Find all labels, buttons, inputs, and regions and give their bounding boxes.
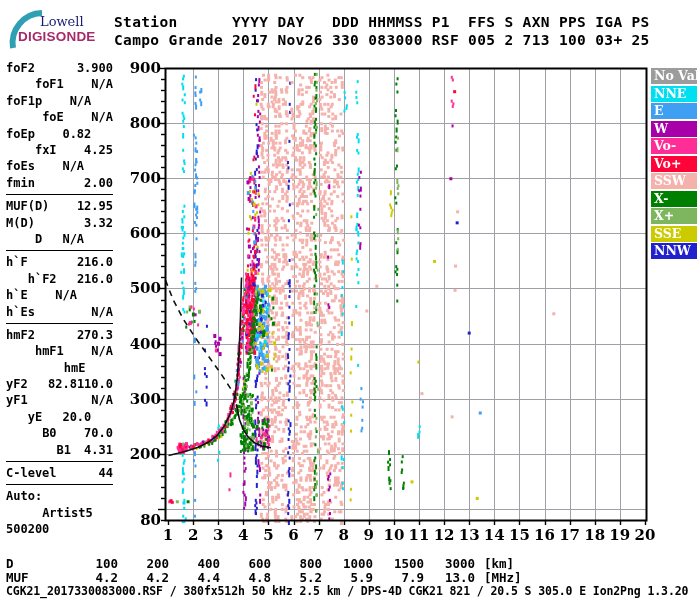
- param-row: h`F2216.0: [6, 271, 113, 287]
- param-label: foE: [42, 109, 64, 125]
- bottom-row-value: 1500: [373, 556, 424, 571]
- param-value: 0.82: [62, 126, 91, 142]
- param-row: h`EN/A: [6, 287, 113, 303]
- param-label: 500200: [6, 521, 49, 537]
- legend-item-x: X-: [651, 191, 697, 207]
- y-axis-tick-label: 500: [125, 279, 161, 297]
- param-value: N/A: [70, 93, 92, 109]
- legend-item-w: W: [651, 121, 697, 137]
- param-label: B0: [42, 425, 56, 441]
- legend-item-sse: SSE: [651, 226, 697, 242]
- footer-info: CGK21_2017330083000.RSF / 380fx512h 50 k…: [6, 584, 688, 598]
- param-row: MUF(D)12.95: [6, 198, 113, 214]
- param-label: B1: [57, 442, 71, 458]
- param-label: h`Es: [6, 304, 35, 320]
- param-row: yF1N/A: [6, 392, 113, 408]
- param-row: foEN/A: [6, 109, 113, 125]
- param-row: DN/A: [6, 231, 113, 247]
- param-value: 216.0: [77, 271, 113, 287]
- param-row: yE20.0: [6, 409, 113, 425]
- bottom-row-value: 4.2: [56, 570, 118, 585]
- param-label: fxI: [35, 142, 57, 158]
- bottom-row-value: 4.2: [118, 570, 169, 585]
- panel-divider: [6, 323, 113, 324]
- bottom-row-value: 7.9: [373, 570, 424, 585]
- legend-item-noval: No Val: [651, 68, 697, 84]
- bottom-row-label: MUF: [6, 570, 56, 585]
- bottom-row-value: 200: [118, 556, 169, 571]
- param-value: 216.0: [77, 254, 113, 270]
- digisonde-logo: Lowell DIGISONDE: [6, 8, 116, 50]
- panel-divider: [6, 194, 113, 195]
- legend-item-nnw: NNW: [651, 243, 697, 259]
- legend-item-ssw: SSW: [651, 173, 697, 189]
- param-row: foF1N/A: [6, 76, 113, 92]
- param-row: foEsN/A: [6, 158, 113, 174]
- param-value: N/A: [91, 76, 113, 92]
- x-axis-tick-label: 20: [630, 526, 660, 544]
- param-row: h`EsN/A: [6, 303, 113, 319]
- legend-item-nne: NNE: [651, 86, 697, 102]
- param-value: N/A: [62, 231, 84, 247]
- param-value: 2.00: [84, 175, 113, 191]
- param-value: N/A: [62, 158, 84, 174]
- param-label: fmin: [6, 175, 35, 191]
- param-value: 4.31: [84, 442, 113, 458]
- param-value: 3.900: [77, 60, 113, 76]
- y-axis-tick-label: 900: [125, 59, 161, 77]
- param-label: Auto:: [6, 488, 42, 504]
- param-row: foF23.900: [6, 60, 113, 76]
- param-label: foF1: [35, 76, 64, 92]
- param-row: hmE110.0: [6, 360, 113, 376]
- param-label: yE: [28, 409, 42, 425]
- logo-digisonde-text: DIGISONDE: [18, 29, 96, 44]
- param-row: h`F216.0: [6, 254, 113, 270]
- param-label: C-level: [6, 465, 57, 481]
- param-label: h`F: [6, 254, 28, 270]
- param-label: Artist5: [42, 505, 93, 521]
- y-axis-tick-label: 700: [125, 169, 161, 187]
- param-label: hmF2: [6, 327, 35, 343]
- y-axis-tick-label: 800: [125, 114, 161, 132]
- param-label: foF2: [6, 60, 35, 76]
- param-value: N/A: [91, 343, 113, 359]
- bottom-row-value: 400: [169, 556, 220, 571]
- param-row: foEp0.82: [6, 126, 113, 142]
- param-row: Artist5: [6, 505, 113, 521]
- param-row: B14.31: [6, 442, 113, 458]
- param-row: 500200: [6, 521, 113, 537]
- velocity-direction-legend: No ValNNEEWVo-Vo+SSWX-X+SSENNW: [651, 68, 697, 261]
- param-value: 4.25: [84, 142, 113, 158]
- ionogram-screen: Lowell DIGISONDE Station YYYY DAY DDD HH…: [0, 0, 700, 600]
- distance-row: D100200400600800100015003000[km]: [6, 556, 514, 571]
- parameter-panel: foF23.900foF1N/AfoF1pN/AfoEN/AfoEp0.82fx…: [6, 60, 113, 538]
- param-row: fmin2.00: [6, 175, 113, 191]
- param-value: 3.32: [84, 215, 113, 231]
- param-label: foEs: [6, 158, 35, 174]
- param-label: MUF(D): [6, 198, 49, 214]
- legend-item-x: X+: [651, 208, 697, 224]
- logo-lowell-text: Lowell: [40, 14, 84, 29]
- bottom-row-unit: [MHz]: [484, 570, 522, 585]
- param-value: 270.3: [77, 327, 113, 343]
- header-line1: Station YYYY DAY DDD HHMMSS P1 FFS S AXN…: [114, 14, 650, 30]
- param-label: yF1: [6, 392, 28, 408]
- y-axis-tick-label: 600: [125, 224, 161, 242]
- param-value: N/A: [91, 392, 113, 408]
- legend-item-vo: Vo+: [651, 156, 697, 172]
- bottom-row-value: 600: [220, 556, 271, 571]
- muf-row: MUF4.24.24.44.85.25.97.913.0[MHz]: [6, 570, 522, 585]
- legend-item-vo: Vo-: [651, 138, 697, 154]
- bottom-row-value: 100: [56, 556, 118, 571]
- bottom-row-value: 1000: [322, 556, 373, 571]
- bottom-row-value: 3000: [424, 556, 475, 571]
- param-label: h`F2: [28, 271, 57, 287]
- param-value: N/A: [91, 304, 113, 320]
- legend-item-e: E: [651, 103, 697, 119]
- param-value: N/A: [55, 287, 77, 303]
- y-axis-tick-label: 300: [125, 390, 161, 408]
- bottom-row-value: 13.0: [424, 570, 475, 585]
- bottom-row-value: 5.9: [322, 570, 373, 585]
- panel-divider: [6, 461, 113, 462]
- param-label: yF2: [6, 376, 28, 392]
